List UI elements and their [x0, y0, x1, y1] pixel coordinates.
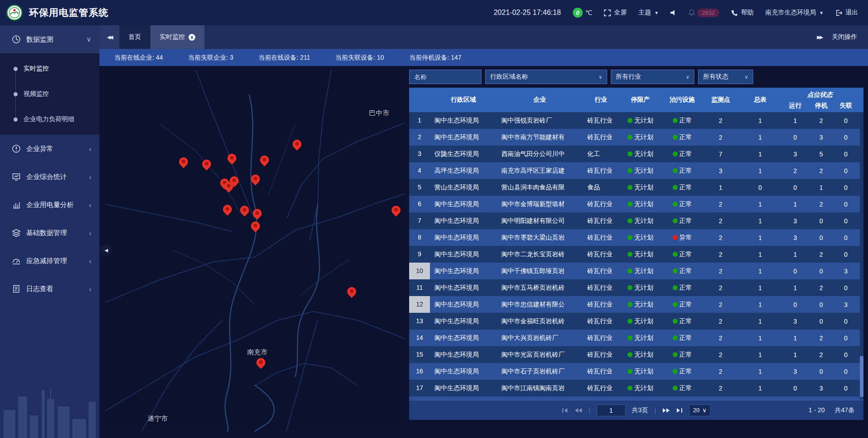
- scrollbar-thumb[interactable]: [860, 356, 863, 397]
- table-row[interactable]: 7阆中生态环境局阆中明阳建材有限公司砖瓦行业无计划正常21300: [409, 212, 863, 229]
- sidebar-subitem-0-0[interactable]: 实时监控: [0, 56, 99, 81]
- cell-lost-count: 0: [834, 251, 858, 258]
- table-row[interactable]: 13阆中生态环境局阆中市金福旺页岩机砖砖瓦行业无计划正常21300: [409, 313, 863, 330]
- close-operations-button[interactable]: 关闭操作: [832, 33, 857, 41]
- status-select[interactable]: 所有状态 ∨: [698, 70, 753, 84]
- page-number-input[interactable]: [597, 405, 626, 416]
- status-dot-icon: [627, 185, 632, 190]
- org-menu[interactable]: 南充市生态环境局 ▼: [765, 9, 824, 17]
- row-index: 15: [409, 346, 430, 363]
- table-row[interactable]: 4高坪生态环境局南充市高坪区王家店建砖瓦行业无计划正常31220: [409, 162, 863, 179]
- sidebar-item-4[interactable]: 基础数据管理‹: [0, 219, 99, 247]
- table-row[interactable]: 8阆中生态环境局阆中市枣碧大梁山页岩砖瓦行业无计划异常21300: [409, 229, 863, 246]
- tabs-scroll-left-icon[interactable]: ◀◀: [99, 25, 119, 49]
- sidebar-item-6[interactable]: 日志查看‹: [0, 275, 99, 303]
- name-filter-input[interactable]: [409, 70, 481, 84]
- map-pin-icon[interactable]: [251, 174, 260, 184]
- table-row[interactable]: 14阆中生态环境局阆中大兴页岩机砖厂砖瓦行业无计划正常21120: [409, 330, 863, 346]
- map-pin-icon[interactable]: [223, 205, 232, 214]
- map-pin-icon[interactable]: [260, 155, 269, 165]
- stat-item-2: 当前在线设备: 211: [259, 54, 310, 62]
- table-row[interactable]: 2阆中生态环境局阆中市南方节能建材有砖瓦行业无计划正常21030: [409, 129, 863, 146]
- table-row[interactable]: 3仪陇生态环境局西南油气田分公司川中化工无计划正常71350: [409, 146, 863, 162]
- cell-lost-count: 0: [834, 368, 858, 375]
- map-pin-icon[interactable]: [202, 160, 211, 169]
- row-index: 2: [409, 129, 430, 146]
- sidebar-item-0[interactable]: 数据监测∨: [0, 25, 99, 53]
- table-scrollbar[interactable]: [860, 112, 863, 399]
- first-page-button[interactable]: [562, 408, 568, 413]
- sidebar-item-1[interactable]: 企业异常‹: [0, 135, 99, 163]
- speaker-button[interactable]: [670, 9, 676, 16]
- cell-facility-status: 正常: [662, 267, 703, 275]
- cell-limit-status: 无计划: [619, 133, 662, 141]
- cell-stopped-count: 1: [809, 184, 834, 191]
- table-row[interactable]: 9阆中生态环境局阆中市二龙长宝页岩砖砖瓦行业无计划正常21120: [409, 246, 863, 263]
- tab-1[interactable]: 实时监控x: [151, 25, 205, 49]
- cell-stopped-count: 2: [809, 351, 834, 358]
- map-collapse-button[interactable]: ◀: [100, 244, 112, 256]
- cell-facility-status: 正常: [662, 250, 703, 259]
- cell-lost-count: 3: [834, 301, 858, 308]
- cell-company: 阆中市江南镇阆南页岩: [497, 384, 583, 392]
- next-page-button[interactable]: [662, 408, 670, 413]
- status-dot-icon: [673, 319, 678, 324]
- table-row[interactable]: 6阆中生态环境局阆中市金博瑞新型墙材砖瓦行业无计划正常21120: [409, 196, 863, 212]
- previous-page-button[interactable]: [575, 408, 582, 413]
- theme-label: 主题: [638, 9, 651, 17]
- cell-stopped-count: 2: [809, 201, 834, 208]
- map-pin-icon[interactable]: [392, 206, 401, 215]
- sidebar-subitem-0-1[interactable]: 视频监控: [0, 81, 99, 107]
- stat-item-1: 当前失联企业: 3: [188, 54, 233, 62]
- col-meter: 总表: [739, 88, 782, 112]
- table-row[interactable]: 10阆中生态环境局阆中千佛镇五郎垭页岩砖瓦行业无计划正常21003: [409, 263, 863, 279]
- table-row[interactable]: 1阆中生态环境局阆中强锐页岩砖厂砖瓦行业无计划正常21120: [409, 112, 863, 129]
- fullscreen-button[interactable]: 全屏: [604, 9, 627, 17]
- map-pin-icon[interactable]: [240, 206, 249, 215]
- row-index: 11: [409, 279, 430, 296]
- table-row[interactable]: 5营山生态环境局营山县润丰肉食品有限食品无计划正常10010: [409, 179, 863, 196]
- table-row[interactable]: 15阆中生态环境局阆中市光富页岩机砖厂砖瓦行业无计划正常21120: [409, 346, 863, 363]
- tab-0[interactable]: 首页: [119, 25, 151, 49]
- cell-monitor-count: 2: [703, 318, 739, 325]
- sidebar-item-label: 数据监测: [26, 35, 86, 44]
- table-row[interactable]: 17阆中生态环境局阆中市江南镇阆南页岩砖瓦行业无计划正常21030: [409, 380, 863, 396]
- close-icon[interactable]: x: [189, 34, 195, 41]
- sidebar-item-2[interactable]: 企业综合统计‹: [0, 163, 99, 191]
- cell-region: 阆中生态环境局: [430, 284, 497, 292]
- map-pin-icon[interactable]: [224, 182, 233, 191]
- table-row[interactable]: 12阆中生态环境局阆中市忠信建材有限公砖瓦行业无计划正常21003: [409, 296, 863, 313]
- map-pin-icon[interactable]: [292, 140, 302, 149]
- map-pin-icon[interactable]: [251, 221, 260, 231]
- cell-company: 阆中市金福旺页岩机砖: [497, 317, 583, 325]
- chevron-down-icon: ∨: [703, 407, 707, 414]
- cell-lost-count: 0: [834, 167, 858, 174]
- sidebar-subitem-0-2[interactable]: 企业电力负荷明细: [0, 107, 99, 132]
- row-index: 6: [409, 196, 430, 212]
- map-pin-icon[interactable]: [347, 287, 356, 296]
- theme-menu[interactable]: 主题 ▼: [638, 9, 659, 17]
- logout-button[interactable]: 退出: [835, 9, 858, 17]
- sidebar-item-5[interactable]: 应急减排管理‹: [0, 247, 99, 275]
- help-button[interactable]: 帮助: [731, 9, 754, 17]
- page-size-select[interactable]: 20 ∨: [689, 405, 711, 416]
- chevron-left-icon: ‹: [89, 201, 91, 209]
- map-pin-icon[interactable]: [253, 209, 262, 218]
- notifications-button[interactable]: 2632: [688, 9, 719, 17]
- map-pin-icon[interactable]: [179, 157, 188, 166]
- monitor-panel: 行政区域名称 ∨ 所有行业 ∨ 所有状态 ∨: [409, 70, 863, 432]
- tabs-scroll-right-icon[interactable]: ▶▶: [817, 34, 822, 40]
- table-row[interactable]: 16阆中生态环境局阆中市石子页岩机砖厂砖瓦行业无计划正常21300: [409, 363, 863, 380]
- map-panel[interactable]: 巴中市南充市遂宁市 ◀: [105, 70, 405, 432]
- stats-bar: 当前在线企业: 44当前失联企业: 3当前在线设备: 211当前失联设备: 10…: [99, 49, 868, 66]
- industry-select[interactable]: 所有行业 ∨: [611, 70, 694, 84]
- map-pin-icon[interactable]: [227, 154, 236, 163]
- table-row[interactable]: 11阆中生态环境局阆中市五马桥页岩机砖砖瓦行业无计划正常21120: [409, 279, 863, 296]
- cell-running-count: 0: [782, 184, 809, 191]
- sidebar-item-3[interactable]: 企业用电量分析‹: [0, 191, 99, 219]
- table-row[interactable]: 18南部生态环境局南部县双华山砖有限公砖瓦行业无计划正常60060: [409, 396, 863, 400]
- region-select[interactable]: 行政区域名称 ∨: [485, 70, 607, 84]
- enterprise-alert-icon: [12, 144, 21, 153]
- map-pin-icon[interactable]: [256, 358, 265, 367]
- last-page-button[interactable]: [676, 408, 683, 413]
